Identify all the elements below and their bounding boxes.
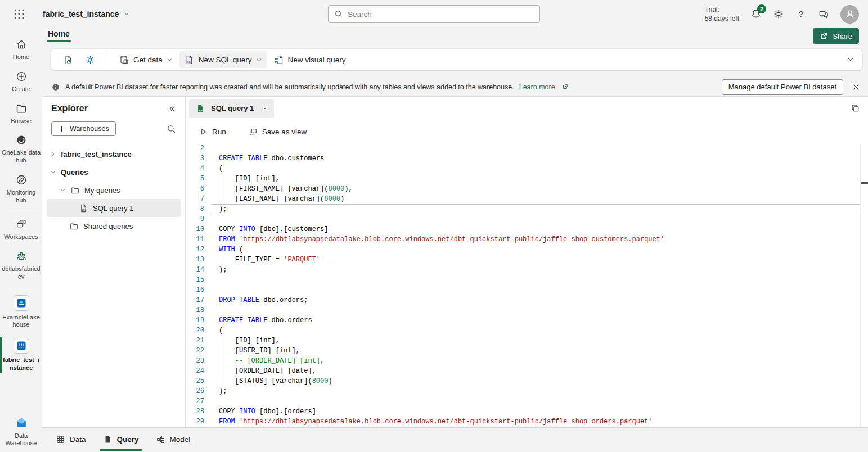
monitoring-icon xyxy=(15,174,28,186)
query-tab-sql-query-1[interactable]: SQL SQL query 1 xyxy=(189,99,274,118)
banner-close-button[interactable] xyxy=(852,83,860,91)
new-query-refresh-button[interactable] xyxy=(59,51,78,68)
learn-more-link[interactable]: Learn more xyxy=(519,83,555,91)
settings-button[interactable] xyxy=(773,8,784,20)
save-view-icon xyxy=(249,128,258,137)
rail-item-examplelakehouse[interactable]: ExampleLakehouse xyxy=(0,291,42,334)
collapse-explorer-button[interactable] xyxy=(168,105,176,113)
code-line: 6 [FIRST_NAME] [varchar](8000), xyxy=(186,184,868,194)
rail-item-workspaces[interactable]: Workspaces xyxy=(0,214,42,246)
rail-item-label: Data Warehouse xyxy=(2,432,41,448)
tree-item-fabric-test-instance[interactable]: fabric_test_instance xyxy=(47,145,181,163)
workspace-name: fabric_test_instance xyxy=(43,10,119,19)
data-warehouse-icon xyxy=(15,416,28,430)
chevron-down-icon xyxy=(123,11,130,17)
get-data-button[interactable]: Get data xyxy=(114,51,177,68)
line-number: 29 xyxy=(186,417,204,427)
rail-item-fabric-test-instance[interactable]: fabric_test_instance xyxy=(0,333,42,377)
database-icon xyxy=(119,55,129,65)
query-tab-row: SQL SQL query 1 xyxy=(186,97,868,120)
rail-item-onelake-data-hub[interactable]: OneLake data hub xyxy=(0,129,42,169)
line-number: 20 xyxy=(186,326,204,336)
copy-button[interactable] xyxy=(851,103,860,113)
code-line: 24 [ORDER_DATE] [date], xyxy=(186,366,868,376)
code-text: ); xyxy=(204,204,227,214)
explorer-tree: fabric_test_instanceQueriesMy queriesSQL… xyxy=(42,145,185,235)
save-as-view-button[interactable]: Save as view xyxy=(243,124,313,141)
share-button[interactable]: Share xyxy=(813,28,859,44)
tree-item-queries[interactable]: Queries xyxy=(47,163,181,181)
sql-code-editor[interactable]: 23CREATE TABLE dbo.customers4(5 [ID] [in… xyxy=(186,143,868,427)
code-text: FROM 'https://dbtlabsynapsedatalake.blob… xyxy=(204,417,653,427)
rail-item-create[interactable]: Create xyxy=(0,66,42,98)
view-tab-label: Data xyxy=(70,435,86,444)
app-launcher-icon[interactable] xyxy=(12,7,26,21)
ribbon-collapse-chevron[interactable] xyxy=(847,56,854,64)
view-tab-query[interactable]: Query xyxy=(97,432,145,448)
code-line: 29FROM 'https://dbtlabsynapsedatalake.bl… xyxy=(186,417,868,427)
new-visual-query-button[interactable]: New visual query xyxy=(269,51,350,68)
code-text: -- [ORDER_DATE] [int], xyxy=(204,356,324,366)
line-number: 27 xyxy=(186,396,204,406)
gear-blue-icon xyxy=(85,55,96,65)
rail-item-home[interactable]: Home xyxy=(0,34,42,66)
view-tab-label: Model xyxy=(170,435,191,444)
manage-default-dataset-button[interactable]: Manage default Power BI dataset xyxy=(722,79,843,95)
code-text: COPY INTO [dbo].[customers] xyxy=(204,224,328,234)
rail-item-label: Home xyxy=(13,53,29,61)
code-line: 22 [USER_ID] [int], xyxy=(186,346,868,356)
rail-item-browse[interactable]: Browse xyxy=(0,98,42,130)
code-line: 9 xyxy=(186,214,868,224)
banner-message: A default Power BI dataset for faster re… xyxy=(65,83,514,91)
code-text: CREATE TABLE dbo.customers xyxy=(204,153,324,164)
svg-text:SQL: SQL xyxy=(198,109,203,111)
close-tab-button[interactable] xyxy=(262,105,268,112)
code-text xyxy=(204,396,219,406)
global-search[interactable] xyxy=(328,5,540,23)
share-icon xyxy=(820,31,829,40)
chevron-down-icon xyxy=(167,57,173,63)
code-line: 3CREATE TABLE dbo.customers xyxy=(186,153,868,164)
left-nav-rail: HomeCreateBrowseOneLake data hubMonitori… xyxy=(0,28,42,452)
code-text: FROM 'https://dbtlabsynapsedatalake.blob… xyxy=(204,234,664,245)
code-line: 17DROP TABLE dbo.orders; xyxy=(186,295,868,305)
tree-item-my-queries[interactable]: My queries xyxy=(47,181,181,199)
notification-badge: 2 xyxy=(757,4,766,13)
code-text: [USER_ID] [int], xyxy=(204,346,300,356)
editor-overview-ruler[interactable] xyxy=(860,143,868,427)
warehouse-tile-icon xyxy=(14,338,29,354)
explorer-search-button[interactable] xyxy=(167,124,176,134)
help-button[interactable]: ? xyxy=(795,8,807,20)
feedback-button[interactable] xyxy=(818,8,829,20)
rail-item-data-warehouse[interactable]: Data Warehouse xyxy=(0,412,42,452)
account-avatar[interactable] xyxy=(840,5,859,24)
view-tab-data[interactable]: Data xyxy=(50,432,92,448)
explorer-title: Explorer xyxy=(51,103,88,114)
rail-item-label: fabric_test_instance xyxy=(2,356,41,372)
search-input[interactable] xyxy=(348,10,534,19)
warehouse-settings-button[interactable] xyxy=(80,51,100,68)
new-sql-query-button[interactable]: SQL New SQL query xyxy=(179,51,267,68)
line-number: 18 xyxy=(186,305,204,315)
rail-item-monitoring-hub[interactable]: Monitoring hub xyxy=(0,169,42,209)
line-number: 19 xyxy=(186,315,204,326)
tree-item-shared-queries[interactable]: Shared queries xyxy=(47,217,181,235)
workspace-people-icon xyxy=(15,250,28,263)
run-button[interactable]: Run xyxy=(194,124,232,141)
add-warehouses-button[interactable]: Warehouses xyxy=(51,121,116,136)
code-text: [ORDER_DATE] [date], xyxy=(204,366,316,376)
code-text: ); xyxy=(204,265,227,275)
rail-item-dbtlabsfabricdev[interactable]: dbtlabsfabricdev xyxy=(0,246,42,286)
code-text: ); xyxy=(204,386,227,396)
sql-file-icon: SQL xyxy=(79,204,88,213)
tree-item-sql-query-1[interactable]: SQLSQL query 1 xyxy=(47,199,181,217)
line-number: 28 xyxy=(186,406,204,417)
view-tab-model[interactable]: Model xyxy=(150,432,196,448)
browse-icon xyxy=(15,102,28,115)
chevron-right-icon xyxy=(50,151,56,157)
toolbar-divider xyxy=(107,53,107,66)
notifications-button[interactable]: 2 xyxy=(750,8,762,20)
tab-home[interactable]: Home xyxy=(47,28,71,42)
workspace-switcher[interactable]: fabric_test_instance xyxy=(43,10,130,19)
tree-item-label: Queries xyxy=(61,168,88,177)
